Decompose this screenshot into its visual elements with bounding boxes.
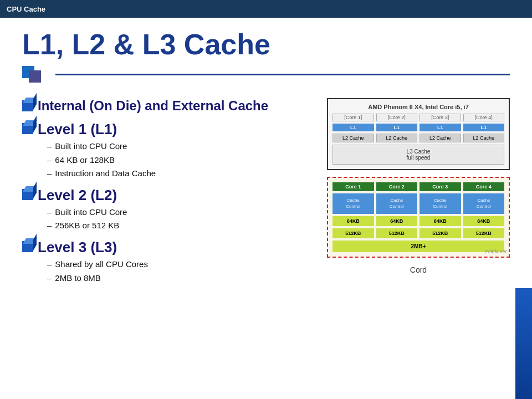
core-label-3: [Core 3] [420,114,461,121]
sub-bullet-l3-1: – Shared by all CPU Cores [47,258,316,271]
cores-row-labels: [Core 1] [Core 2] [Core 3] [Core 4] [332,114,504,121]
sub-bullet-l2-2: – 256KB or 512 KB [47,219,316,232]
core-header-2: Core 2 [376,182,418,191]
core-box-2: Core 2 [376,182,418,191]
blue-square-2 [29,70,41,83]
cache-ctrl-3: CacheControl [420,193,461,214]
l3-shared-box: L3 Cachefull speed [332,145,504,165]
l2-box-3: L2 Cache [420,134,461,142]
main-bullet-level3: Level 3 (L3) [22,239,316,256]
cord-label: Cord [327,265,510,274]
header-title: CPU Cache [7,5,45,13]
cache-ctrl-2: CacheControl [376,193,418,214]
cache-ctrl-box-1: CacheControl [332,193,374,214]
content-layout: Internal (On Die) and External Cache Lev… [22,98,510,291]
cache-ctrl-box-3: CacheControl [420,193,461,214]
l2-box-1: L2 Cache [332,134,374,142]
core-col-4: [Core 4] [463,114,505,121]
sub-bullet-l1-2: – 64 KB or 128KB [47,154,316,167]
512kb-box-1: 512KB [332,228,374,238]
divider-area [22,66,510,83]
cube-icon-level1 [22,123,33,134]
main-bullet-level2: Level 2 (L2) [22,187,316,204]
512kb-box-2: 512KB [376,228,418,238]
512kb-1: 512KB [332,228,374,238]
64kb-4: 64KB [463,216,505,226]
512kb-4: 512KB [463,228,505,238]
sub-text-l2-1: Built into CPU Core [55,206,127,219]
64kb-box-4: 64KB [463,216,505,226]
512kb-2: 512KB [376,228,418,238]
l1-col-3: L1 [420,124,461,131]
64kb-2: 64KB [376,216,418,226]
bullet-level1: Level 1 (L1) – Built into CPU Core – 64 … [22,121,316,180]
blue-squares-decoration [22,66,50,83]
header-bar: CPU Cache [0,0,532,18]
sub-bullets-level2: – Built into CPU Core – 256KB or 512 KB [47,206,316,232]
sub-text-l3-2: 2MB to 8MB [55,272,101,285]
bullet-level2: Level 2 (L2) – Built into CPU Core – 256… [22,187,316,232]
core-header-4: Core 4 [463,182,505,191]
bullet-level3: Level 3 (L3) – Shared by all CPU Cores –… [22,239,316,284]
sub-bullet-l1-3: – Instruction and Data Cache [47,167,316,180]
image-column: AMD Phenom II X4, Intel Core i5, i7 [Cor… [327,98,510,291]
text-column: Internal (On Die) and External Cache Lev… [22,98,316,291]
cache-ctrl-box-4: CacheControl [463,193,505,214]
bullet-text-level3: Level 3 (L3) [38,239,117,256]
sub-bullet-l2-1: – Built into CPU Core [47,206,316,219]
core-box-3: Core 3 [420,182,461,191]
sub-bullet-l3-2: – 2MB to 8MB [47,272,316,285]
l1-box-1: L1 [332,124,374,131]
cores-row-l2: L2 Cache L2 Cache L2 Cache L2 Cache [332,134,504,142]
sub-bullets-level1: – Built into CPU Core – 64 KB or 128KB –… [47,140,316,180]
l1-box-2: L1 [376,124,418,131]
main-bullet-level1: Level 1 (L1) [22,121,316,138]
bullet-text-internal: Internal (On Die) and External Cache [38,98,268,114]
core-diagram: Core 1 Core 2 Core 3 Core 4 CacheControl [327,177,510,258]
fishki-watermark: Fishki.net [485,249,507,254]
64kb-1: 64KB [332,216,374,226]
cube-icon-level3 [22,241,33,252]
core-label-4: [Core 4] [463,114,505,121]
sub-bullets-level3: – Shared by all CPU Cores – 2MB to 8MB [47,258,316,284]
core-label-1: [Core 1] [332,114,374,121]
core-header-3: Core 3 [420,182,461,191]
cores-row-l1: L1 L1 L1 L1 [332,124,504,131]
core-diagram-row-64kb: 64KB 64KB 64KB 64KB [332,216,504,226]
core-diagram-row-512kb: 512KB 512KB 512KB 512KB [332,228,504,238]
l2-box-2: L2 Cache [376,134,418,142]
64kb-box-1: 64KB [332,216,374,226]
l1-col-2: L1 [376,124,418,131]
sub-text-l3-1: Shared by all CPU Cores [55,258,148,271]
sub-bullet-l1-1: – Built into CPU Core [47,140,316,153]
l2-col-3: L2 Cache [420,134,461,142]
cache-ctrl-box-2: CacheControl [376,193,418,214]
sub-text-l2-2: 256KB or 512 KB [55,219,119,232]
core-label-2: [Core 2] [376,114,418,121]
64kb-box-3: 64KB [420,216,461,226]
bullet-text-level1: Level 1 (L1) [38,121,117,138]
diagram-title: AMD Phenom II X4, Intel Core i5, i7 [332,104,504,110]
core-diagram-row-cache-ctrl: CacheControl CacheControl CacheControl C… [332,193,504,214]
main-content: L1, L2 & L3 Cache Internal (On Die) and … [0,18,532,302]
core-col-1: [Core 1] [332,114,374,121]
core-box-4: Core 4 [463,182,505,191]
core-col-3: [Core 3] [420,114,461,121]
512kb-box-3: 512KB [420,228,461,238]
core-header-1: Core 1 [332,182,374,191]
shared-l3-box: 2MB+ [332,241,504,252]
divider-line [55,74,510,75]
sub-text-l1-2: 64 KB or 128KB [55,154,115,167]
l1-col-4: L1 [463,124,505,131]
l1-box-4: L1 [463,124,505,131]
l1-col-1: L1 [332,124,374,131]
main-bullet-internal: Internal (On Die) and External Cache [22,98,316,114]
l2-col-2: L2 Cache [376,134,418,142]
64kb-box-2: 64KB [376,216,418,226]
512kb-box-4: 512KB [463,228,505,238]
bullet-internal: Internal (On Die) and External Cache [22,98,316,114]
cube-icon-level2 [22,189,33,200]
l1-box-3: L1 [420,124,461,131]
diagram-amd-phenom: AMD Phenom II X4, Intel Core i5, i7 [Cor… [327,98,510,170]
l2-col-4: L2 Cache [463,134,505,142]
